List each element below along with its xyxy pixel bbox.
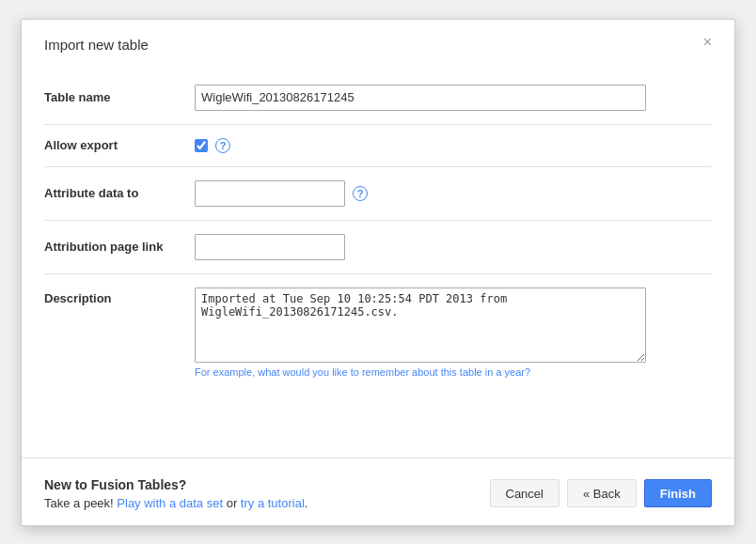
allow-export-checkbox[interactable] xyxy=(195,139,208,152)
footer-left: New to Fusion Tables? Take a peek! Play … xyxy=(44,477,490,510)
table-name-row: Table name xyxy=(44,71,712,125)
description-textarea[interactable]: Imported at Tue Sep 10 10:25:54 PDT 2013… xyxy=(195,288,646,363)
cancel-button[interactable]: Cancel xyxy=(490,479,559,507)
dialog-header: Import new table × xyxy=(22,20,734,62)
allow-export-row: Allow export ? xyxy=(44,125,712,167)
table-name-control xyxy=(195,85,712,111)
description-label: Description xyxy=(44,288,195,305)
attribution-page-label: Attribution page link xyxy=(44,240,195,254)
allow-export-help-icon[interactable]: ? xyxy=(215,138,230,153)
new-to-title: New to Fusion Tables? xyxy=(44,477,490,492)
allow-export-control: ? xyxy=(195,138,712,153)
dialog-footer: New to Fusion Tables? Take a peek! Play … xyxy=(22,458,734,525)
table-name-label: Table name xyxy=(44,90,195,104)
dialog-body: Table name Allow export ? Attribute data… xyxy=(22,62,734,448)
new-to-text: Take a peek! Play with a data set or try… xyxy=(44,496,490,510)
attribution-page-row: Attribution page link xyxy=(44,221,712,274)
attribution-page-input[interactable] xyxy=(195,234,345,260)
attribute-data-label: Attribute data to xyxy=(44,186,195,200)
table-name-input[interactable] xyxy=(195,85,646,111)
finish-button[interactable]: Finish xyxy=(644,479,712,507)
checkbox-row: ? xyxy=(195,138,712,153)
take-peek-text: Take a peek! xyxy=(44,496,117,510)
attribute-data-control: ? xyxy=(195,180,712,207)
or-text: or xyxy=(223,496,241,510)
description-control: Imported at Tue Sep 10 10:25:54 PDT 2013… xyxy=(195,288,646,378)
try-tutorial-link[interactable]: try a tutorial xyxy=(241,496,305,510)
description-hint: For example, what would you like to reme… xyxy=(195,366,646,378)
footer-bottom: New to Fusion Tables? Take a peek! Play … xyxy=(44,477,712,510)
back-button[interactable]: « Back xyxy=(567,479,637,507)
attribute-data-help-icon[interactable]: ? xyxy=(353,186,368,201)
attribution-page-control xyxy=(195,234,712,260)
import-dialog: Import new table × Table name Allow expo… xyxy=(21,19,735,526)
close-button[interactable]: × xyxy=(703,35,712,50)
attribute-data-input[interactable] xyxy=(195,180,345,207)
play-with-data-link[interactable]: Play with a data set xyxy=(117,496,223,510)
allow-export-label: Allow export xyxy=(44,138,195,152)
attribute-data-row: Attribute data to ? xyxy=(44,167,712,221)
dialog-title: Import new table xyxy=(44,37,149,53)
footer-buttons: Cancel « Back Finish xyxy=(490,479,713,507)
description-row: Description Imported at Tue Sep 10 10:25… xyxy=(44,274,712,383)
period-text: . xyxy=(305,496,308,510)
